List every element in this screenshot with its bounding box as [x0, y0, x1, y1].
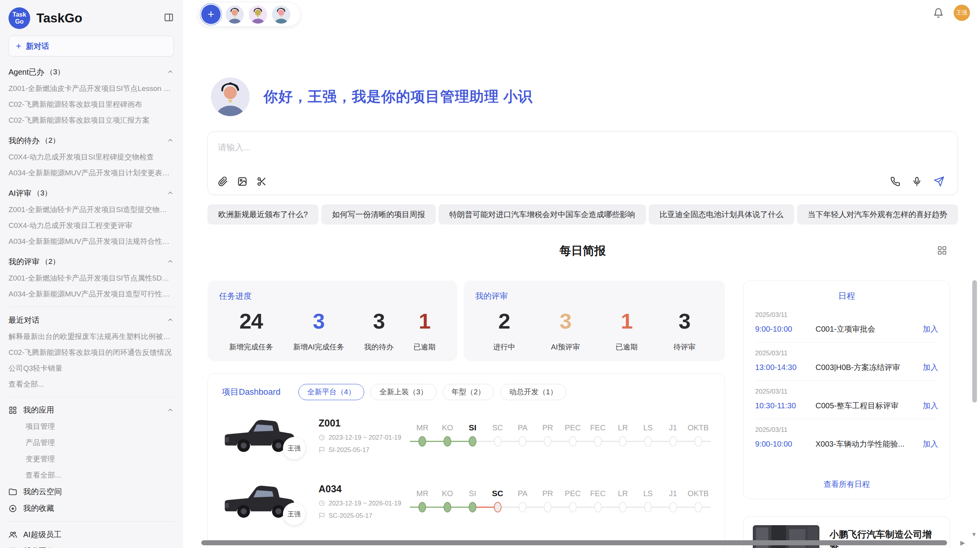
- add-agent-button[interactable]: +: [201, 5, 221, 24]
- dashboard-filter-tab[interactable]: 全新平台（4）: [298, 384, 365, 400]
- project-owner-badge: 王强: [283, 503, 305, 525]
- sidebar-item[interactable]: C02-飞腾新能源轻客改款项目的闭环通告反馈情况: [9, 344, 174, 360]
- agent-avatar-1[interactable]: [226, 5, 244, 24]
- milestone-label: SI: [469, 484, 476, 498]
- scroll-right-arrow[interactable]: ▶: [960, 539, 965, 546]
- join-meeting-link[interactable]: 加入: [923, 324, 938, 334]
- new-chat-button[interactable]: + 新对话: [9, 36, 174, 57]
- sidebar-item[interactable]: C02-飞腾新能源轻客改款项目立项汇报方案: [9, 112, 174, 128]
- people-icon: [9, 531, 17, 539]
- layout-grid-icon[interactable]: [937, 245, 947, 257]
- milestone-dot-row: [610, 432, 636, 450]
- sidebar-item[interactable]: A034-全新新能源MUV产品开发项目法规符合性评审: [9, 233, 174, 249]
- sidebar-section-header[interactable]: Agent已办 （3）: [9, 63, 174, 80]
- stat-value: 1: [413, 308, 435, 334]
- suggestion-chip[interactable]: 如何写一份清晰的项目周报: [321, 204, 436, 224]
- project-list: 王强 Z001 2023-12-19 ~ 2027-01-19 SI-2025-…: [222, 405, 711, 532]
- milestone-dot-row: [685, 498, 711, 516]
- sidebar-item[interactable]: 解释最新出台的欧盟报废车法规再生塑料比例被调到15%...: [9, 329, 174, 344]
- sidebar-subitem[interactable]: 变更管理: [9, 451, 174, 467]
- chevron-up-icon[interactable]: [167, 407, 174, 414]
- chevron-up-icon[interactable]: [167, 68, 174, 75]
- section-label: AI评审: [9, 188, 31, 199]
- sidebar-item-help-write[interactable]: 帮我写作: [9, 543, 174, 548]
- sidebar-item[interactable]: C02-飞腾新能源轻客改款项目里程碑画布: [9, 96, 174, 112]
- scroll-down-arrow[interactable]: ▼: [971, 531, 977, 538]
- horizontal-scrollbar[interactable]: [201, 540, 947, 545]
- sidebar-item[interactable]: 公司Q3轻卡销量: [9, 360, 174, 376]
- image-icon[interactable]: [237, 176, 247, 187]
- milestone-label: FEC: [590, 484, 606, 498]
- sidebar-item[interactable]: A034-全新新能源MUV产品开发项目造型可行性评审: [9, 286, 174, 302]
- dashboard-filter-tab[interactable]: 年型（2）: [443, 384, 494, 400]
- attachment-icon[interactable]: [218, 176, 228, 187]
- stat-metric: 2 进行中: [493, 308, 515, 352]
- milestone-label: LR: [618, 484, 628, 498]
- sidebar-item-ai-employee[interactable]: AI超级员工: [9, 526, 174, 543]
- sidebar-item-cloud-space[interactable]: 我的云空间: [9, 483, 174, 500]
- sidebar-item[interactable]: A034-全新新能源MUV产品开发项目计划变更表编写: [9, 165, 174, 181]
- vertical-scrollbar[interactable]: [972, 280, 977, 402]
- section-count: （2）: [41, 257, 60, 267]
- view-all-schedule-link[interactable]: 查看所有日程: [755, 475, 938, 491]
- collapse-sidebar-icon[interactable]: [164, 12, 174, 24]
- milestone-step: KO: [435, 484, 460, 516]
- sidebar-item[interactable]: C0X4-动力总成开发项目工程变更评审: [9, 217, 174, 233]
- suggestion-chip[interactable]: 特朗普可能对进口汽车增税会对中国车企造成哪些影响: [439, 204, 646, 224]
- milestone-step: PEC: [560, 484, 586, 516]
- sidebar-item[interactable]: Z001-全新燃油轻卡产品开发项目SI造型提交物评审: [9, 202, 174, 217]
- agent-avatar-3[interactable]: [272, 5, 290, 24]
- milestone-step: MR: [410, 484, 435, 516]
- chevron-up-icon[interactable]: [167, 317, 174, 324]
- sidebar-item[interactable]: C0X4-动力总成开发项目SI里程碑提交物检查: [9, 149, 174, 165]
- chat-input[interactable]: [218, 142, 944, 152]
- milestone-dot-row: [535, 432, 560, 450]
- sidebar-item[interactable]: Z001-全新燃油轻卡产品开发项目SI节点属性5D文件评审: [9, 270, 174, 286]
- project-row[interactable]: 王强 A034 2023-12-19 ~ 2026-01-19 SC-2025-…: [222, 471, 711, 532]
- chevron-up-icon[interactable]: [167, 137, 174, 144]
- stat-metric: 24 新增完成任务: [229, 308, 273, 352]
- section-label: 我的待办: [9, 135, 39, 146]
- milestone-dot-row: [460, 498, 485, 516]
- microphone-icon[interactable]: [912, 176, 922, 187]
- suggestion-chip[interactable]: 欧洲新规最近颁布了什么?: [207, 204, 319, 224]
- sidebar-section-header[interactable]: 最近对话: [9, 312, 174, 329]
- sidebar-section-header[interactable]: 我的评审 （2）: [9, 253, 174, 270]
- scissors-icon[interactable]: [257, 176, 267, 187]
- schedule-item: 2025/03/11 9:00-10:00 C001-立项审批会 加入: [755, 304, 938, 342]
- milestone-dot-row: [560, 498, 586, 516]
- join-meeting-link[interactable]: 加入: [923, 401, 938, 411]
- sidebar-subitem[interactable]: 产品管理: [9, 435, 174, 451]
- project-row[interactable]: 王强 Z001 2023-12-19 ~ 2027-01-19 SI-2025-…: [222, 405, 711, 466]
- send-icon[interactable]: [934, 176, 944, 187]
- join-meeting-link[interactable]: 加入: [923, 439, 938, 449]
- section-items: Z001-全新燃油轻卡产品开发项目SI节点属性5D文件评审 A034-全新新能源…: [9, 270, 174, 302]
- dashboard-filter-tab[interactable]: 动总开发（1）: [500, 384, 566, 400]
- chevron-up-icon[interactable]: [167, 190, 174, 197]
- dashboard-filter-tab[interactable]: 全新上装（3）: [370, 384, 437, 400]
- agent-avatar-2[interactable]: [249, 5, 267, 24]
- sidebar-subitem[interactable]: 项目管理: [9, 418, 174, 435]
- suggestion-chip[interactable]: 比亚迪全固态电池计划具体说了什么: [649, 204, 794, 224]
- sidebar-section-header[interactable]: AI评审 （3）: [9, 185, 174, 202]
- sidebar-item[interactable]: Z001-全新燃油皮卡产品开发项目SI节点Lesson Learn报告: [9, 80, 174, 96]
- my-review-card: 我的评审 2 进行中 3 AI预评审 1 已逾期 3 待评审: [464, 281, 725, 361]
- milestone-step: KO: [435, 418, 460, 450]
- suggestion-chip[interactable]: 当下年轻人对汽车外观有怎样的喜好趋势: [797, 204, 958, 224]
- stat-label: 新增完成任务: [229, 342, 273, 352]
- schedule-time: 9:00-10:00: [755, 440, 816, 449]
- user-avatar[interactable]: 王强: [954, 5, 970, 21]
- chevron-up-icon[interactable]: [167, 258, 174, 265]
- sidebar-section-header[interactable]: 我的待办 （2）: [9, 132, 174, 149]
- milestone-dot: [694, 436, 702, 447]
- milestone-dot: [619, 436, 627, 447]
- sidebar-subitem[interactable]: 查看全部...: [9, 467, 174, 483]
- input-toolbar: [218, 176, 944, 187]
- notifications-bell-icon[interactable]: [933, 8, 944, 18]
- phone-icon[interactable]: [890, 176, 900, 187]
- milestone-dot-row: [585, 498, 610, 516]
- join-meeting-link[interactable]: 加入: [923, 362, 938, 373]
- sidebar-item[interactable]: 查看全部...: [9, 376, 174, 392]
- sidebar-item-favorites[interactable]: 我的收藏: [9, 500, 174, 517]
- sidebar-item-my-apps[interactable]: 我的应用: [9, 402, 174, 418]
